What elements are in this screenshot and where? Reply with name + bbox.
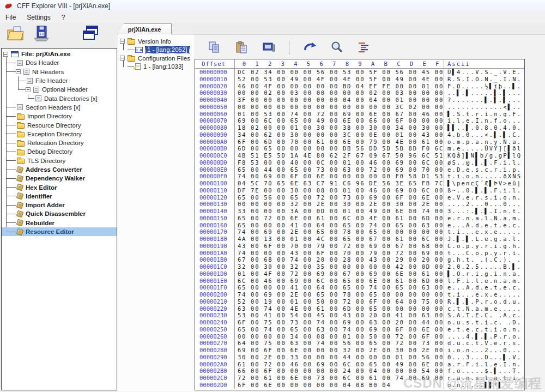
document-tab[interactable]: prjXiAn.exe xyxy=(117,23,172,34)
hex-row[interactable]: 000002C0 72 00 61 00 6E 00 73 00 6C 00 6… xyxy=(195,375,524,382)
hex-ascii[interactable]: c.t.N.a.m.e..... xyxy=(444,305,524,312)
hex-row[interactable]: 00000050 00 00 00 00 00 00 00 00 00 00 0… xyxy=(195,104,524,111)
hex-bytes[interactable]: 00 00 00 00 32 00 2E 00 30 00 2E 00 30 0… xyxy=(235,201,444,208)
hex-bytes[interactable]: 00 00 00 00 34 00 08 00 01 00 50 00 72 0… xyxy=(235,333,444,340)
find-icon[interactable] xyxy=(330,40,344,55)
hex-ascii[interactable]: e.t.e.c.t.i.o.n. xyxy=(444,326,524,333)
hex-bytes[interactable]: 01 00 4F 00 72 00 69 00 67 00 69 00 6E 0… xyxy=(235,270,444,278)
tree-item[interactable]: Identifier xyxy=(2,192,117,201)
hex-ascii[interactable]: R.S.I.O.N._.I.N. xyxy=(444,76,524,83)
hex-row[interactable]: 00000020 46 00 4F 00 00 00 00 00 BD 04 E… xyxy=(195,83,524,90)
hex-bytes[interactable]: 04 5C 70 65 6E 63 C7 91 C6 96 DE 56 3E 6… xyxy=(235,180,444,187)
data-structures-icon[interactable] xyxy=(357,40,371,55)
hex-ascii[interactable]: Ü▌4...V.S._.V.E. xyxy=(444,69,524,76)
hex-row[interactable]: 000001D0 01 00 4F 00 72 00 69 00 67 00 6… xyxy=(195,270,524,278)
hex-bytes[interactable]: 61 00 72 00 46 00 69 00 6C 00 65 00 49 0… xyxy=(235,361,444,368)
hex-ascii[interactable]: KQå]▌N▌b/g.gP▌lQ xyxy=(444,152,524,159)
hex-ascii[interactable]: g.h.t. .(.C.). . xyxy=(444,256,524,263)
hex-ascii[interactable]: ▌\pencÇ´Æ▌ÞV>eû| xyxy=(444,180,524,187)
hex-bytes[interactable]: F8 53 00 00 40 00 0C 00 01 00 46 00 69 0… xyxy=(235,159,444,166)
hex-ascii[interactable]: e.V.e.r.s.i.o.n. xyxy=(444,194,524,201)
hex-row[interactable]: 00000210 52 00 19 00 01 00 50 00 72 00 6… xyxy=(195,298,524,305)
hex-bytes[interactable]: 72 00 61 00 6E 00 73 00 6C 00 61 00 74 0… xyxy=(235,375,444,382)
hex-ascii[interactable]: e.r.n.a.l.N.a.m. xyxy=(444,215,524,222)
hex-row[interactable]: 000001C0 32 00 30 00 32 00 35 00 00 00 0… xyxy=(195,263,524,270)
hex-bytes[interactable]: 74 00 69 00 2E 00 65 00 78 00 65 00 00 0… xyxy=(235,228,444,236)
hex-bytes[interactable]: 6F 00 6D 00 70 00 61 00 6E 00 79 00 4E 0… xyxy=(235,138,444,146)
paste-icon[interactable] xyxy=(234,40,249,55)
hex-bytes[interactable]: 67 00 68 00 74 00 20 00 28 00 43 00 29 0… xyxy=(235,256,444,263)
tree-item[interactable]: Address Converter xyxy=(2,165,117,174)
hex-bytes[interactable]: 74 00 69 00 2E 00 65 00 78 00 65 00 00 0… xyxy=(235,291,444,298)
hex-bytes[interactable]: DC 02 34 00 00 00 56 00 53 00 5F 00 56 0… xyxy=(235,69,444,76)
hex-ascii[interactable]: ▌.O.r.i.g.i.n.a. xyxy=(444,270,524,278)
goto-offset-icon[interactable] xyxy=(302,40,317,55)
hex-ascii[interactable]: R.▌.▌.P.r.o.d.u. xyxy=(444,298,524,305)
hex-bytes[interactable]: 6C 00 46 00 69 00 6C 00 65 00 6E 00 61 0… xyxy=(235,278,444,285)
hex-row[interactable]: 000001E0 6C 00 46 00 69 00 6C 00 65 00 6… xyxy=(195,278,524,285)
hex-bytes[interactable]: 6F 00 75 00 73 00 74 00 69 00 63 00 20 0… xyxy=(235,319,444,326)
hex-ascii[interactable]: t.i...e.x.e..... xyxy=(444,291,524,298)
hex-row[interactable]: 000001A0 74 00 00 00 43 00 6F 00 70 00 7… xyxy=(195,250,524,257)
hex-row[interactable]: 00000290 30 00 2E 00 33 00 00 00 44 00 0… xyxy=(195,354,524,361)
hex-row[interactable]: 00000030 00 00 02 00 03 00 00 00 00 00 0… xyxy=(195,89,524,97)
tree-item[interactable]: Import Directory xyxy=(2,112,117,120)
hex-bytes[interactable]: 65 00 00 00 41 00 64 00 65 00 74 00 65 0… xyxy=(235,284,444,291)
hex-row[interactable]: 00000160 65 00 00 00 41 00 64 00 65 00 7… xyxy=(195,222,524,229)
hex-ascii[interactable]: t.i.o.n.....ðXÑS xyxy=(444,173,524,180)
hex-ascii[interactable]: o.u.s.t.i.c. .D. xyxy=(444,319,524,326)
hex-ascii[interactable]: øS..@.▌.▌.F.i.l. xyxy=(444,159,524,166)
hex-bytes[interactable]: 6D 00 65 00 00 00 00 00 DB 56 DD 5D 5B 8… xyxy=(235,145,444,152)
hex-bytes[interactable]: 63 00 74 00 4E 00 61 00 6D 00 65 00 00 0… xyxy=(235,305,444,312)
hex-row[interactable]: 00000120 65 00 56 00 65 00 72 00 73 00 6… xyxy=(195,194,524,201)
hex-bytes[interactable]: DF 7E 00 00 30 00 08 00 01 00 46 00 69 0… xyxy=(235,187,444,194)
hex-ascii[interactable]: 2.0.2.5.....B.▌. xyxy=(444,263,524,270)
hex-row[interactable]: 00000150 65 00 72 00 6E 00 61 00 6C 00 4… xyxy=(195,215,524,222)
hex-bytes[interactable]: 3F 00 00 00 00 00 00 00 04 00 04 00 01 0… xyxy=(235,97,444,104)
hex-ascii[interactable]: o.m.p.a.n.y.N.a. xyxy=(444,138,524,146)
collapse-minus-icon[interactable] xyxy=(26,87,31,92)
hex-bytes[interactable]: 00 00 02 00 03 00 00 00 00 00 02 00 03 0… xyxy=(235,89,444,97)
tree-item[interactable]: Dos Header xyxy=(2,58,117,67)
tree-item[interactable]: File: prjXiAn.exe xyxy=(2,50,117,58)
hex-bytes[interactable]: 01 00 53 00 74 00 72 00 69 00 6E 00 67 0… xyxy=(235,111,444,118)
hex-bytes[interactable]: 74 00 69 00 6F 00 6E 00 00 00 00 00 F0 5… xyxy=(235,173,444,180)
save-file-icon[interactable] xyxy=(32,24,51,44)
tree-item[interactable]: Hex Editor xyxy=(2,183,117,191)
tree-item[interactable]: Quick Disassembler xyxy=(2,209,117,218)
hex-ascii[interactable]: ............<▌.. xyxy=(444,104,524,111)
hex-bytes[interactable]: 69 00 6F 00 6E 00 00 00 32 00 2E 00 30 0… xyxy=(235,347,444,354)
hex-bytes[interactable]: 74 00 00 00 43 00 6F 00 70 00 79 00 72 0… xyxy=(235,250,444,257)
hex-row[interactable]: 00000070 69 00 6C 00 65 00 49 00 6E 00 6… xyxy=(195,117,524,124)
tree-item[interactable]: Section Headers [x] xyxy=(2,103,117,112)
tree-item[interactable]: Debug Directory xyxy=(2,147,117,156)
hex-row[interactable]: 000000D0 F8 53 00 00 40 00 0C 00 01 00 4… xyxy=(195,159,524,166)
hex-ascii[interactable]: ....2...0...0... xyxy=(444,201,524,208)
hex-bytes[interactable]: 66 00 6F 00 00 00 00 00 24 00 04 00 00 0… xyxy=(235,367,444,375)
hex-row[interactable]: 00000090 34 00 62 00 30 00 00 00 3C 00 0… xyxy=(195,131,524,138)
hex-bytes[interactable]: 43 00 6F 00 70 00 79 00 72 00 69 00 67 0… xyxy=(235,243,444,250)
tree-item[interactable]: File Header xyxy=(2,76,117,85)
hex-ascii[interactable]: o.n.....▌▌°▌ xyxy=(444,382,524,389)
hex-bytes[interactable]: 65 00 72 00 6E 00 61 00 6C 00 4E 00 61 0… xyxy=(235,215,444,222)
menu-item[interactable]: File xyxy=(0,13,21,22)
hex-ascii[interactable]: i.l.e.I.n.f.o... xyxy=(444,117,524,124)
hex-bytes[interactable]: 32 00 30 00 32 00 35 00 00 00 00 00 42 0… xyxy=(235,263,444,270)
hex-bytes[interactable]: 65 00 56 00 65 00 72 00 73 00 69 00 6F 0… xyxy=(235,194,444,201)
hex-row[interactable]: 00000010 52 00 53 00 49 00 4F 00 4E 00 5… xyxy=(195,76,524,83)
hex-row[interactable]: 00000260 00 00 00 00 34 00 08 00 01 00 5… xyxy=(195,333,524,340)
collapse-minus-icon[interactable] xyxy=(3,52,8,57)
hex-ascii[interactable]: i.o.n...2...0... xyxy=(444,347,524,354)
hex-row[interactable]: 000000B0 6D 00 65 00 00 00 00 00 DB 56 D… xyxy=(195,145,524,152)
hex-bytes[interactable]: 00 00 00 00 00 00 00 00 00 00 00 00 3C 0… xyxy=(235,104,444,111)
hex-row[interactable]: 00000080 18 02 00 00 01 00 30 00 38 00 3… xyxy=(195,124,524,131)
hex-row[interactable]: 00000280 69 00 6F 00 6E 00 00 00 32 00 2… xyxy=(195,347,524,354)
fill-selection-icon[interactable] xyxy=(262,40,276,55)
hex-row[interactable]: 00000270 64 00 75 00 63 00 74 00 56 00 6… xyxy=(195,340,524,347)
tree-item[interactable]: Optional Header xyxy=(2,85,117,94)
tree-item[interactable]: 1 - [lang:1033] xyxy=(118,63,194,71)
hex-row[interactable]: 000000F0 74 00 69 00 6F 00 6E 00 00 00 0… xyxy=(195,173,524,180)
hex-ascii[interactable]: J.▌.▌.L.e.g.a.l. xyxy=(444,236,524,243)
hex-bytes[interactable]: 6F 00 6E 00 00 00 00 00 04 08 B0 04 xyxy=(235,382,444,389)
menu-item[interactable]: ? xyxy=(56,13,71,22)
